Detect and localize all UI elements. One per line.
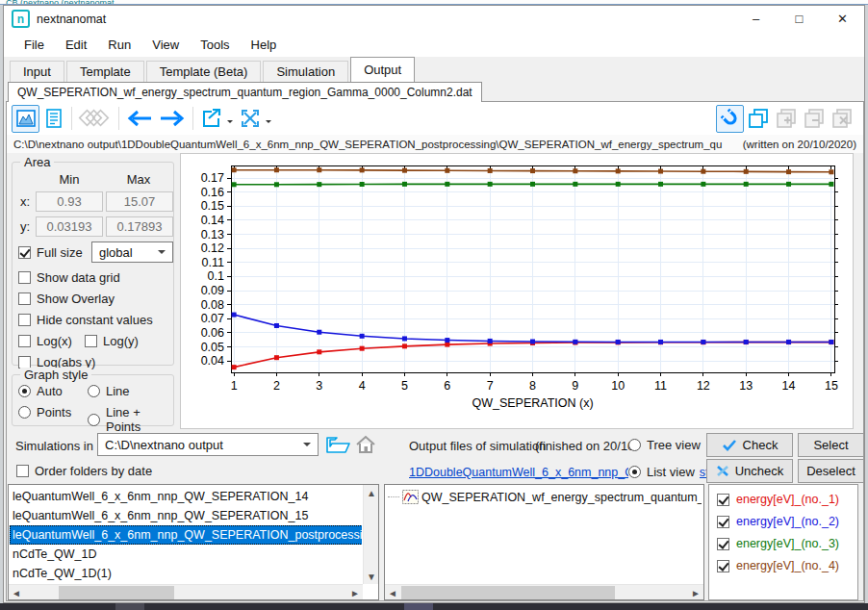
- svg-text:0.13: 0.13: [201, 228, 224, 241]
- log-x-checkbox[interactable]: [18, 335, 31, 347]
- svg-text:0.17: 0.17: [201, 171, 224, 185]
- window-title: nextnanomat: [37, 13, 106, 26]
- magnet-icon: [719, 107, 742, 130]
- menu-run[interactable]: Run: [97, 38, 141, 52]
- graph-style-points-radio[interactable]: [18, 406, 31, 419]
- x-row-label: x:: [20, 194, 30, 209]
- open-folder-button[interactable]: [325, 434, 350, 459]
- log-y-checkbox[interactable]: [85, 335, 97, 347]
- hide-constant-values-checkbox[interactable]: [18, 314, 31, 326]
- menu-view[interactable]: View: [141, 38, 190, 52]
- next-file-button[interactable]: [156, 105, 189, 133]
- simulations-in-label: Simulations in: [15, 439, 93, 453]
- folder-list-item-selected[interactable]: leQuantumWell_6_x_6nm_nnp_QW_SEPERATION_…: [10, 525, 362, 545]
- maximize-button[interactable]: □: [778, 6, 821, 32]
- tab-output[interactable]: Output: [350, 57, 415, 82]
- tab-template-beta[interactable]: Template (Beta): [146, 61, 262, 82]
- background-bottom-sliver: [0, 603, 868, 610]
- full-size-mode-select[interactable]: global: [91, 241, 173, 263]
- curve-1-checkbox[interactable]: [717, 494, 729, 506]
- hscroll-thumb[interactable]: [401, 586, 615, 599]
- order-folders-checkbox[interactable]: [16, 465, 29, 477]
- svg-text:11: 11: [654, 379, 667, 393]
- list-view-radio[interactable]: [628, 466, 641, 478]
- folder-list-item[interactable]: leQuantumWell_6_x_6nm_nnp_QW_SEPERATION_…: [10, 487, 362, 506]
- fullscreen-dropdown-caret[interactable]: [266, 120, 271, 126]
- output-files-list: QW_SEPERATION_wf_energy_spectrum_quantum…: [384, 484, 704, 600]
- show-overlay-checkbox[interactable]: [18, 292, 31, 305]
- scroll-left-arrow[interactable]: ◄: [9, 585, 24, 600]
- full-size-checkbox[interactable]: [18, 246, 31, 259]
- graph-style-line-points-radio[interactable]: [88, 414, 100, 426]
- export-button[interactable]: [197, 105, 225, 133]
- folder-list-item[interactable]: leQuantumWell_6_x_6nm_nnp_QW_SEPERATION_…: [10, 506, 362, 525]
- curve-4-checkbox[interactable]: [717, 560, 729, 572]
- close-page-icon: [830, 107, 854, 130]
- snap-magnet-button[interactable]: [716, 105, 744, 133]
- svg-text:3: 3: [316, 379, 322, 393]
- title-bar: n nextnanomat – □ ✕: [4, 6, 864, 32]
- fullscreen-button[interactable]: [236, 105, 264, 133]
- chevron-down-icon: [303, 443, 311, 450]
- tab-input[interactable]: Input: [10, 61, 64, 82]
- area-groupbox: Area Min Max x: 0.93 15.07 y: 0.03193 0.…: [12, 162, 174, 366]
- x-min-field[interactable]: 0.93: [36, 191, 103, 212]
- scroll-left-arrow[interactable]: ◄: [385, 585, 400, 600]
- folder-list-hscrollbar[interactable]: ◄ ►: [9, 584, 363, 599]
- y-max-field[interactable]: 0.17893: [106, 216, 173, 237]
- folder-list-item[interactable]: nCdTe_QW_1D: [10, 545, 362, 564]
- menu-help[interactable]: Help: [241, 38, 288, 52]
- uncheck-icon: [716, 465, 729, 477]
- home-folder-button[interactable]: [354, 434, 377, 459]
- svg-text:13: 13: [739, 379, 753, 393]
- uncheck-button[interactable]: Uncheck: [706, 459, 793, 483]
- file-tab[interactable]: QW_SEPERATION_wf_energy_spectrum_quantum…: [8, 82, 482, 102]
- scroll-down-arrow[interactable]: ▼: [364, 569, 379, 584]
- close-button[interactable]: ✕: [821, 6, 864, 32]
- x-max-field[interactable]: 15.07: [106, 191, 173, 212]
- check-button[interactable]: Check: [706, 433, 793, 457]
- text-document-icon: [42, 107, 65, 130]
- svg-text:6: 6: [444, 379, 450, 393]
- export-dropdown-caret[interactable]: [227, 120, 233, 126]
- curve-3-checkbox[interactable]: [717, 538, 729, 550]
- scroll-up-arrow[interactable]: ▲: [364, 485, 379, 500]
- svg-text:0.06: 0.06: [201, 326, 224, 340]
- svg-text:0.11: 0.11: [202, 256, 224, 269]
- minimize-button[interactable]: –: [734, 6, 778, 32]
- chart-view-button[interactable]: [12, 105, 39, 133]
- hscroll-thumb[interactable]: [59, 586, 174, 599]
- output-file-item[interactable]: QW_SEPERATION_wf_energy_spectrum_quantum…: [388, 490, 702, 504]
- scroll-right-arrow[interactable]: ►: [688, 585, 703, 600]
- svg-text:2: 2: [273, 379, 280, 393]
- energy-spectrum-chart[interactable]: 1234567891011121314150.040.050.060.070.0…: [181, 154, 853, 428]
- tree-view-radio[interactable]: [628, 439, 641, 451]
- tab-simulation[interactable]: Simulation: [263, 61, 348, 82]
- svg-text:9: 9: [572, 379, 578, 393]
- curve-2-checkbox[interactable]: [717, 516, 729, 528]
- text-view-button[interactable]: [39, 105, 67, 133]
- scroll-right-arrow[interactable]: ►: [347, 585, 363, 600]
- menu-edit[interactable]: Edit: [55, 38, 97, 52]
- select-button[interactable]: Select: [798, 433, 864, 457]
- folder-list-item[interactable]: nCdTe_QW_1D(1): [10, 564, 362, 583]
- menu-tools[interactable]: Tools: [190, 38, 240, 52]
- min-column-header: Min: [60, 172, 80, 187]
- tab-template[interactable]: Template: [66, 61, 144, 82]
- simulation-folder-link[interactable]: 1DDoubleQuantumWell_6_x_6nm_nnp_QW_SEP: [409, 466, 628, 479]
- log-x-label: Log(x): [37, 334, 72, 348]
- duplicate-page-button[interactable]: [744, 105, 772, 133]
- y-min-field[interactable]: 0.03193: [36, 216, 103, 237]
- show-data-grid-checkbox[interactable]: [18, 271, 31, 284]
- graph-style-line-radio[interactable]: [88, 385, 100, 397]
- graph-style-auto-radio[interactable]: [18, 385, 31, 397]
- folder-list-vscrollbar[interactable]: ▲ ▼: [363, 485, 378, 584]
- output-list-hscrollbar[interactable]: ◄ ►: [385, 584, 703, 599]
- previous-file-button[interactable]: [123, 105, 156, 133]
- deselect-button[interactable]: Deselect: [798, 459, 864, 483]
- expand-arrows-icon: [239, 107, 262, 130]
- toolbar-separator: [71, 107, 72, 130]
- svg-text:QW_SEPERATION (x): QW_SEPERATION (x): [472, 396, 593, 410]
- menu-file[interactable]: File: [13, 38, 55, 52]
- simulations-folder-combo[interactable]: C:\D\nextnano output: [97, 433, 319, 456]
